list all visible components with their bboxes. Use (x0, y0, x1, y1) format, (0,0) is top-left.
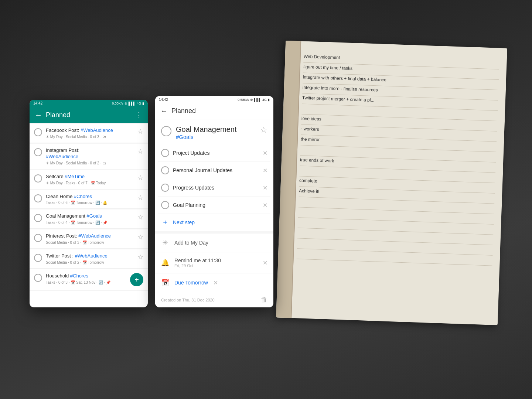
add-step-label: Next step (173, 219, 195, 225)
due-date-row[interactable]: 📅 Due Tomorrow ✕ (155, 273, 273, 292)
step-item[interactable]: Goal Planning ✕ (158, 197, 270, 214)
fab-button[interactable]: + (130, 273, 143, 286)
network-speed-left: 0.00K/s (112, 102, 123, 105)
task-item[interactable]: Household #Chores Tasks · 0 of 3 · 📅 Sat… (30, 269, 148, 290)
task-item[interactable]: Twitter Post : #WebAudience Social Media… (30, 249, 148, 269)
step-checkbox[interactable] (161, 149, 169, 157)
task-item[interactable]: Instagram Post: #WebAudience ☀ My Day · … (30, 144, 148, 169)
status-icons-right: 0.58K/s ⊕ ▌▌▌ 4G ▮ (238, 98, 270, 102)
signal-icon-right: ▌▌▌ (254, 98, 261, 102)
battery-icon: ▮ (142, 102, 144, 105)
add-step-icon: + (161, 218, 169, 226)
step-item[interactable]: Project Updates ✕ (158, 144, 270, 162)
step-label: Project Updates (173, 150, 259, 156)
reminder-content: Remind me at 11:30 Fri, 29 Oct (174, 258, 258, 268)
steps-list: Project Updates ✕ Personal Journal Updat… (155, 144, 273, 214)
task-content: Facebook Post: #WebAudience ☀ My Day · S… (46, 127, 134, 139)
task-title: Household #Chores (46, 273, 126, 279)
detail-checkbox[interactable] (161, 126, 171, 136)
sun-icon: ☀ (161, 239, 169, 247)
star-icon[interactable]: ☆ (137, 194, 143, 202)
app-header-right: ← Planned (155, 103, 273, 119)
step-label: Goal Planning (173, 202, 259, 208)
header-title-right: Planned (171, 107, 268, 115)
task-content: Pinterest Post: #WebAudience Social Medi… (46, 233, 134, 245)
task-content: Goal Management #Goals Tasks · 0 of 4 · … (46, 213, 134, 225)
task-content: Selfcare #MeTime ☀ My Day · Tasks · 0 of… (46, 174, 134, 185)
task-meta: Social Media · 0 of 2 · 📅 Tomorrow (46, 260, 134, 265)
due-close-icon[interactable]: ✕ (213, 279, 218, 286)
star-icon[interactable]: ☆ (137, 213, 143, 221)
task-checkbox[interactable] (34, 174, 42, 183)
task-checkbox[interactable] (34, 234, 42, 242)
task-checkbox[interactable] (34, 148, 42, 156)
task-item[interactable]: Facebook Post: #WebAudience ☀ My Day · S… (30, 124, 148, 143)
task-title: Selfcare #MeTime (46, 174, 134, 180)
reminder-close-icon[interactable]: ✕ (263, 259, 267, 266)
star-icon[interactable]: ☆ (137, 174, 143, 182)
phone-left: 14:42 0.00K/s ⊕ ▌▌▌ 4G ▮ ← Planned ⋮ Fac (30, 100, 148, 307)
step-label: Progress Updates (173, 185, 259, 191)
detail-task-tag[interactable]: #Goals (176, 134, 256, 140)
detail-panel: Goal Management #Goals ☆ Project Updates… (155, 119, 273, 307)
calendar-icon: 📅 (161, 279, 169, 287)
created-label: Created on Thu, 31 Dec 2020 (161, 298, 215, 302)
step-checkbox[interactable] (161, 184, 169, 192)
task-checkbox[interactable] (34, 274, 42, 282)
status-bar-left: 14:42 0.00K/s ⊕ ▌▌▌ 4G ▮ (30, 100, 148, 107)
network-speed-right: 0.58K/s (238, 98, 249, 102)
task-checkbox[interactable] (34, 194, 42, 202)
task-meta: Tasks · 0 of 4 · 📅 Tomorrow · 🔄 · 📌 (46, 221, 134, 225)
step-item[interactable]: Progress Updates ✕ (158, 179, 270, 197)
task-item[interactable]: Goal Management #Goals Tasks · 0 of 4 · … (30, 209, 148, 229)
signal-icon: ▌▌▌ (129, 102, 136, 105)
task-title: Goal Management #Goals (46, 213, 134, 219)
menu-button-left[interactable]: ⋮ (135, 110, 143, 119)
star-icon[interactable]: ☆ (137, 233, 143, 241)
task-item[interactable]: Pinterest Post: #WebAudience Social Medi… (30, 229, 148, 249)
star-icon[interactable]: ☆ (137, 127, 143, 136)
task-item[interactable]: Clean Home #Chores Tasks · 0 of 6 · 📅 To… (30, 190, 148, 209)
reminder-label: Remind me at 11:30 (174, 258, 258, 263)
task-meta: Tasks · 0 of 6 · 📅 Tomorrow · 🔄 · 🔔 (46, 201, 134, 205)
task-content: Twitter Post : #WebAudience Social Media… (46, 253, 134, 265)
star-icon[interactable]: ☆ (137, 147, 143, 156)
detail-header: Goal Management #Goals ☆ (155, 119, 273, 144)
phones-container: 14:42 0.00K/s ⊕ ▌▌▌ 4G ▮ ← Planned ⋮ Fac (30, 100, 273, 307)
delete-icon[interactable]: 🗑 (261, 296, 267, 304)
reminder-row[interactable]: 🔔 Remind me at 11:30 Fri, 29 Oct ✕ (155, 252, 273, 273)
detail-footer: Created on Thu, 31 Dec 2020 🗑 (155, 292, 273, 307)
time-right: 14:42 (159, 98, 168, 102)
step-close-icon[interactable]: ✕ (263, 184, 267, 191)
task-meta: ☀ My Day · Tasks · 0 of 7 · 📅 Today (46, 181, 134, 185)
reminder-sub: Fri, 29 Oct (174, 263, 258, 268)
task-checkbox[interactable] (34, 128, 42, 136)
step-close-icon[interactable]: ✕ (263, 150, 267, 157)
phone-right: 14:42 0.58K/s ⊕ ▌▌▌ 4G ▮ ← Planned Goal … (155, 96, 273, 307)
step-checkbox[interactable] (161, 201, 169, 209)
detail-star-icon[interactable]: ☆ (260, 125, 267, 135)
step-item[interactable]: Personal Journal Updates ✕ (158, 162, 270, 179)
star-icon[interactable]: ☆ (137, 253, 143, 261)
detail-task-title: Goal Management (176, 125, 256, 134)
step-close-icon[interactable]: ✕ (263, 167, 267, 174)
task-title: Twitter Post : #WebAudience (46, 253, 134, 259)
step-close-icon[interactable]: ✕ (263, 202, 267, 209)
add-step-row[interactable]: + Next step (155, 214, 273, 231)
step-checkbox[interactable] (161, 166, 169, 174)
task-item[interactable]: Selfcare #MeTime ☀ My Day · Tasks · 0 of… (30, 170, 148, 189)
task-title: Facebook Post: #WebAudience (46, 127, 134, 134)
task-meta: Tasks · 0 of 3 · 📅 Sat, 13 Nov · 🔄 · 📌 (46, 280, 126, 284)
back-button-left[interactable]: ← (35, 111, 42, 119)
back-button-right[interactable]: ← (160, 107, 168, 115)
task-checkbox[interactable] (34, 214, 42, 222)
network-type-right: 4G (262, 98, 267, 102)
add-to-my-day-label: Add to My Day (174, 240, 267, 246)
add-to-my-day-row[interactable]: ☀ Add to My Day (155, 233, 273, 252)
battery-icon-right: ▮ (268, 98, 270, 102)
step-label: Personal Journal Updates (173, 167, 259, 173)
detail-title-group: Goal Management #Goals (176, 125, 256, 140)
wifi-icon-right: ⊕ (250, 98, 253, 102)
task-meta: ☀ My Day · Social Media · 0 of 2 · 🗂 (46, 161, 134, 165)
task-checkbox[interactable] (34, 254, 42, 262)
